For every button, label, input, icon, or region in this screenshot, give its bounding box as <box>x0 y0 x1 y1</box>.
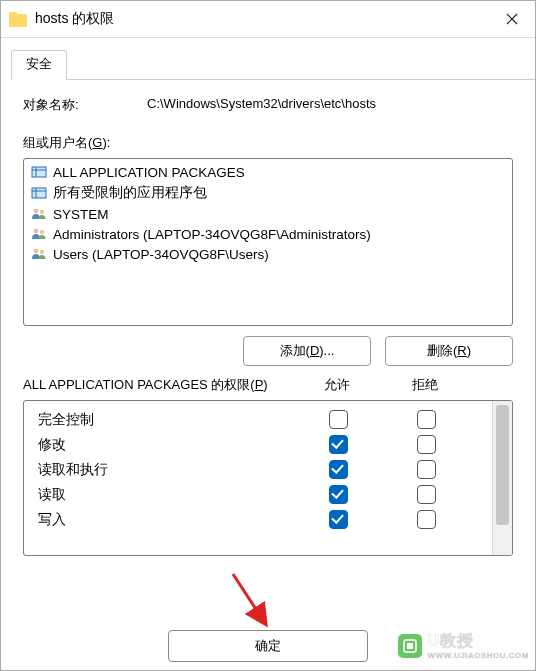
allow-header: 允许 <box>293 376 381 394</box>
folder-icon <box>9 12 27 27</box>
permission-row: 读取 <box>24 482 492 507</box>
permission-row: 读取和执行 <box>24 457 492 482</box>
svg-point-9 <box>40 210 44 214</box>
permissions-listbox[interactable]: 完全控制修改读取和执行读取写入 <box>23 400 513 556</box>
allow-checkbox[interactable] <box>329 435 348 454</box>
scrollbar-thumb[interactable] <box>496 405 509 525</box>
principal-name: Users (LAPTOP-34OVQG8F\Users) <box>53 247 269 262</box>
permission-name: 修改 <box>38 436 294 454</box>
deny-checkbox[interactable] <box>417 460 436 479</box>
principal-item[interactable]: SYSTEM <box>28 204 508 224</box>
deny-checkbox[interactable] <box>417 410 436 429</box>
allow-checkbox[interactable] <box>329 485 348 504</box>
svg-point-8 <box>34 209 39 214</box>
principal-name: Administrators (LAPTOP-34OVQG8F\Administ… <box>53 227 371 242</box>
close-icon <box>506 13 518 25</box>
users-icon <box>31 226 47 242</box>
permission-name: 读取和执行 <box>38 461 294 479</box>
principal-name: SYSTEM <box>53 207 109 222</box>
svg-line-14 <box>233 574 263 620</box>
add-button[interactable]: 添加(D)... <box>243 336 371 366</box>
object-name-value: C:\Windows\System32\drivers\etc\hosts <box>147 96 513 114</box>
permission-name: 读取 <box>38 486 294 504</box>
allow-checkbox[interactable] <box>329 410 348 429</box>
permission-row: 写入 <box>24 507 492 532</box>
svg-rect-16 <box>407 643 413 649</box>
svg-point-13 <box>40 250 44 254</box>
principals-label: 组或用户名(G): <box>23 134 513 152</box>
principal-name: ALL APPLICATION PACKAGES <box>53 165 245 180</box>
principal-item[interactable]: Administrators (LAPTOP-34OVQG8F\Administ… <box>28 224 508 244</box>
deny-checkbox[interactable] <box>417 510 436 529</box>
permissions-scrollbar[interactable] <box>492 401 512 555</box>
principal-item[interactable]: 所有受限制的应用程序包 <box>28 182 508 204</box>
principal-name: 所有受限制的应用程序包 <box>53 184 207 202</box>
permission-name: 写入 <box>38 511 294 529</box>
principals-listbox[interactable]: ALL APPLICATION PACKAGES所有受限制的应用程序包SYSTE… <box>23 158 513 326</box>
tab-strip: 安全 <box>1 38 535 80</box>
permission-row: 修改 <box>24 432 492 457</box>
arrow-annotation-icon <box>225 570 275 630</box>
remove-button[interactable]: 删除(R) <box>385 336 513 366</box>
tab-security[interactable]: 安全 <box>11 50 67 80</box>
close-button[interactable] <box>489 1 535 37</box>
svg-point-11 <box>40 230 44 234</box>
ok-button[interactable]: 确定 <box>168 630 368 662</box>
svg-rect-2 <box>32 167 46 177</box>
svg-point-12 <box>34 249 39 254</box>
deny-header: 拒绝 <box>381 376 469 394</box>
deny-checkbox[interactable] <box>417 485 436 504</box>
users-icon <box>31 246 47 262</box>
permissions-header: ALL APPLICATION PACKAGES 的权限(P) 允许 拒绝 <box>23 376 513 394</box>
allow-checkbox[interactable] <box>329 510 348 529</box>
principal-item[interactable]: Users (LAPTOP-34OVQG8F\Users) <box>28 244 508 264</box>
watermark-icon <box>398 634 422 658</box>
principal-item[interactable]: ALL APPLICATION PACKAGES <box>28 162 508 182</box>
svg-rect-5 <box>32 188 46 198</box>
users-icon <box>31 206 47 222</box>
watermark-text: U教授 WWW.UJIAOSHOU.COM <box>428 631 529 660</box>
object-name-label: 对象名称: <box>23 96 147 114</box>
deny-checkbox[interactable] <box>417 435 436 454</box>
svg-point-10 <box>34 229 39 234</box>
permission-name: 完全控制 <box>38 411 294 429</box>
watermark: U教授 WWW.UJIAOSHOU.COM <box>398 631 529 660</box>
titlebar: hosts 的权限 <box>1 1 535 38</box>
permission-row: 完全控制 <box>24 407 492 432</box>
permissions-dialog: hosts 的权限 安全 对象名称: C:\Windows\System32\d… <box>0 0 536 671</box>
allow-checkbox[interactable] <box>329 460 348 479</box>
window-title: hosts 的权限 <box>35 10 114 28</box>
package-icon <box>31 164 47 180</box>
package-icon <box>31 185 47 201</box>
object-name-row: 对象名称: C:\Windows\System32\drivers\etc\ho… <box>23 96 513 114</box>
permissions-for-label: ALL APPLICATION PACKAGES 的权限(P) <box>23 376 293 394</box>
